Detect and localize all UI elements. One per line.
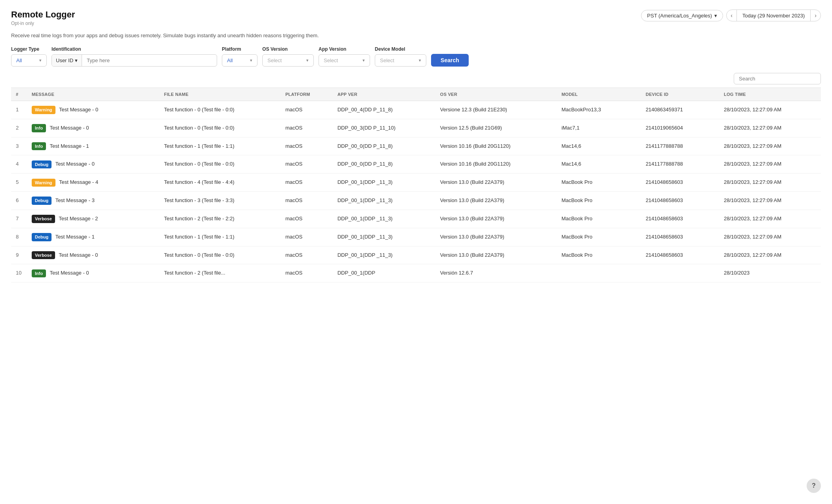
table-row[interactable]: 3 Info Test Message - 1 Test function - … — [11, 137, 821, 155]
cell-num: 3 — [11, 137, 27, 155]
cell-message: Info Test Message - 0 — [27, 119, 159, 137]
identification-label: Identification — [52, 46, 217, 52]
id-text-input[interactable] — [82, 55, 217, 66]
os-version-placeholder: Select — [267, 57, 282, 63]
device-model-placeholder: Select — [380, 57, 394, 63]
table-row[interactable]: 4 Debug Test Message - 0 Test function -… — [11, 155, 821, 174]
cell-appver: DDP_00_1(DDP — [333, 264, 435, 283]
col-header-num: # — [11, 88, 27, 101]
table-row[interactable]: 10 Info Test Message - 0 Test function -… — [11, 264, 821, 283]
app-version-select[interactable]: Select ▾ — [319, 54, 370, 67]
cell-deviceid: 2141048658603 — [641, 210, 719, 228]
cell-num: 10 — [11, 264, 27, 283]
timezone-chevron-icon: ▾ — [714, 13, 717, 19]
platform-filter: Platform All ▾ — [222, 46, 258, 67]
table-row[interactable]: 5 Warning Test Message - 4 Test function… — [11, 174, 821, 192]
cell-platform: macOS — [281, 264, 333, 283]
logger-type-chevron-icon: ▾ — [39, 58, 42, 63]
cell-model: Mac14,6 — [557, 155, 641, 174]
table-search-input[interactable] — [734, 73, 821, 84]
cell-logtime: 28/10/2023, 12:27:09 AM — [719, 246, 821, 264]
message-text: Test Message - 0 — [59, 252, 98, 258]
cell-osver: Version 13.0 (Build 22A379) — [435, 174, 557, 192]
os-version-select[interactable]: Select ▾ — [262, 54, 314, 67]
table-row[interactable]: 9 Verbose Test Message - 0 Test function… — [11, 246, 821, 264]
cell-num: 9 — [11, 246, 27, 264]
search-button[interactable]: Search — [431, 54, 469, 67]
cell-logtime: 28/10/2023, 12:27:09 AM — [719, 210, 821, 228]
cell-deviceid: 2141177888788 — [641, 155, 719, 174]
table-row[interactable]: 1 Warning Test Message - 0 Test function… — [11, 101, 821, 119]
device-model-chevron-icon: ▾ — [419, 58, 421, 63]
cell-deviceid: 2141048658603 — [641, 174, 719, 192]
app-version-filter: App Version Select ▾ — [319, 46, 370, 67]
badge-info: Info — [32, 142, 46, 151]
col-header-platform: PLATFORM — [281, 88, 333, 101]
identification-filter: Identification User ID ▾ — [52, 46, 217, 67]
message-text: Test Message - 3 — [55, 197, 95, 203]
cell-logtime: 28/10/2023, 12:27:09 AM — [719, 119, 821, 137]
cell-num: 8 — [11, 228, 27, 246]
logger-type-select[interactable]: All ▾ — [11, 54, 47, 67]
badge-warning: Warning — [32, 106, 55, 114]
platform-value: All — [227, 57, 233, 63]
cell-osver: Version 13.0 (Build 22A379) — [435, 192, 557, 210]
message-text: Test Message - 0 — [50, 270, 89, 276]
cell-deviceid: 2141048658603 — [641, 228, 719, 246]
cell-model: MacBook Pro — [557, 228, 641, 246]
table-row[interactable]: 8 Debug Test Message - 1 Test function -… — [11, 228, 821, 246]
cell-appver: DDP_00_1(DDP _11_3) — [333, 192, 435, 210]
timezone-selector[interactable]: PST (America/Los_Angeles) ▾ — [641, 10, 723, 21]
cell-num: 7 — [11, 210, 27, 228]
page-subtitle: Opt-in only — [11, 21, 75, 26]
message-text: Test Message - 0 — [50, 125, 89, 131]
cell-model: Mac14,6 — [557, 137, 641, 155]
id-type-select[interactable]: User ID ▾ — [52, 55, 82, 66]
device-model-select[interactable]: Select ▾ — [375, 54, 426, 67]
badge-debug: Debug — [32, 160, 52, 169]
timezone-label: PST (America/Los_Angeles) — [647, 13, 712, 19]
cell-appver: DDP_00_0(DD P_11_8) — [333, 155, 435, 174]
platform-select[interactable]: All ▾ — [222, 54, 258, 67]
date-next-button[interactable]: › — [810, 10, 821, 21]
message-text: Test Message - 1 — [50, 143, 89, 149]
date-prev-button[interactable]: ‹ — [727, 10, 737, 21]
cell-platform: macOS — [281, 174, 333, 192]
badge-verbose: Verbose — [32, 215, 55, 223]
badge-debug: Debug — [32, 197, 52, 205]
col-header-osver: OS VER — [435, 88, 557, 101]
cell-platform: macOS — [281, 155, 333, 174]
id-type-value: User ID — [56, 57, 73, 63]
col-header-filename: FILE NAME — [159, 88, 281, 101]
col-header-logtime: LOG TIME — [719, 88, 821, 101]
cell-num: 6 — [11, 192, 27, 210]
filters-row: Logger Type All ▾ Identification User ID… — [11, 46, 821, 67]
platform-chevron-icon: ▾ — [250, 58, 252, 63]
cell-deviceid: 2140863459371 — [641, 101, 719, 119]
cell-num: 5 — [11, 174, 27, 192]
message-text: Test Message - 0 — [59, 107, 98, 113]
col-header-deviceid: DEVICE ID — [641, 88, 719, 101]
cell-filename: Test function - 0 (Test file - 0:0) — [159, 246, 281, 264]
badge-info: Info — [32, 269, 46, 278]
cell-message: Verbose Test Message - 2 — [27, 210, 159, 228]
table-row[interactable]: 2 Info Test Message - 0 Test function - … — [11, 119, 821, 137]
message-text: Test Message - 4 — [59, 179, 98, 185]
cell-appver: DDP_00_1(DDP _11_3) — [333, 246, 435, 264]
cell-filename: Test function - 0 (Test file - 0:0) — [159, 155, 281, 174]
table-row[interactable]: 7 Verbose Test Message - 2 Test function… — [11, 210, 821, 228]
badge-verbose: Verbose — [32, 251, 55, 260]
logger-type-value: All — [16, 57, 22, 63]
cell-osver: Versión 12.6.7 — [435, 264, 557, 283]
cell-logtime: 28/10/2023, 12:27:09 AM — [719, 192, 821, 210]
table-row[interactable]: 6 Debug Test Message - 3 Test function -… — [11, 192, 821, 210]
table-search-row — [11, 73, 821, 84]
app-version-placeholder: Select — [324, 57, 338, 63]
cell-appver: DDP_00_3(DD P_11_10) — [333, 119, 435, 137]
cell-message: Verbose Test Message - 0 — [27, 246, 159, 264]
cell-osver: Version 10.16 (Build 20G1120) — [435, 137, 557, 155]
cell-deviceid — [641, 264, 719, 283]
cell-message: Warning Test Message - 4 — [27, 174, 159, 192]
cell-appver: DDP_00_4(DD P_11_8) — [333, 101, 435, 119]
id-type-chevron-icon: ▾ — [75, 57, 78, 63]
